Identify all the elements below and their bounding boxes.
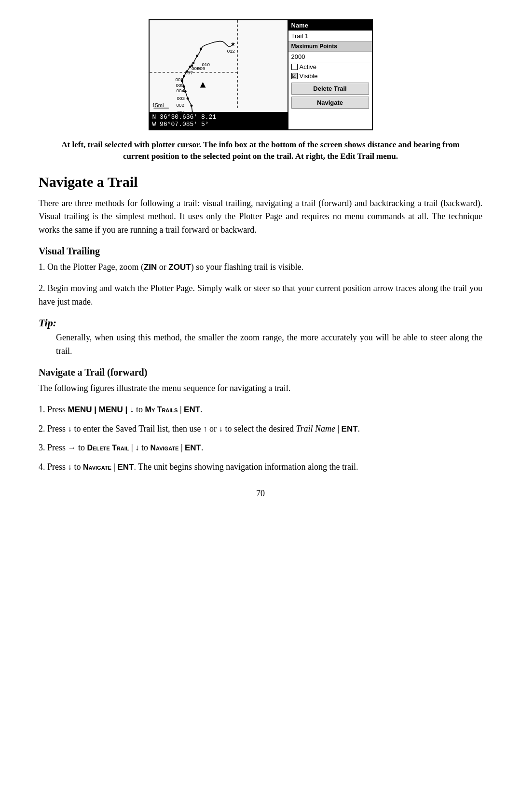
down-key3: ↓ [135, 443, 139, 452]
map-coords: N 36°30.636' 8.21 W 96°07.085' 5° [150, 112, 288, 129]
down-key1: ↓ [68, 424, 72, 434]
delete-trail-menu: Delete Trail [87, 444, 129, 452]
trail-name-ref: Trail Name [296, 424, 335, 434]
navigate-menu: Navigate [151, 444, 179, 452]
max-points-header: Maximum Points [288, 42, 372, 52]
page-number: 70 [39, 489, 482, 499]
svg-point-5 [184, 90, 186, 93]
nav-step2: 2. Press ↓ to enter the Saved Trail list… [39, 422, 482, 436]
nav-step4: 4. Press ↓ to Navigate | ENT. The unit b… [39, 461, 482, 474]
navigate-intro: The following figures illustrate the men… [39, 382, 482, 395]
svg-text:012: 012 [227, 48, 234, 54]
svg-text:★: ★ [230, 41, 235, 47]
intro-paragraph: There are three methods for following a … [39, 197, 482, 238]
navigate-forward-heading: Navigate a Trail (forward) [39, 367, 482, 378]
up-key: ↑ [203, 424, 207, 434]
svg-point-4 [186, 98, 189, 100]
svg-text:005: 005 [176, 83, 184, 88]
my-trails-menu: My Trails [145, 406, 178, 414]
svg-text:006: 006 [175, 77, 183, 82]
ent-key4: ENT [117, 462, 134, 472]
info-panel: Name Trail 1 Maximum Points 2000 Active … [288, 19, 373, 130]
visible-row: ☑ Visible [288, 71, 372, 81]
figure-container: ★ ★ 001 002 003 004 005 006 007 008 009 … [39, 19, 482, 130]
delete-trail-button[interactable]: Delete Trail [291, 83, 369, 95]
ent-key2: ENT [342, 424, 358, 434]
svg-text:002: 002 [176, 102, 184, 108]
down-key2: ↓ [219, 424, 223, 434]
menu-keys: MENU | MENU | ↓ [68, 405, 134, 414]
svg-marker-27 [200, 82, 206, 88]
tip-text: Generally, when using this method, the s… [56, 331, 482, 358]
visible-label: Visible [300, 72, 318, 80]
max-points-value: 2000 [288, 52, 372, 62]
visual-trailing-step1: 1. On the Plotter Page, zoom (ZIN or ZOU… [39, 261, 482, 274]
ent-key1: ENT [184, 405, 200, 414]
zout-key: ZOUT [168, 263, 191, 272]
name-header: Name [288, 20, 372, 31]
navigate-button[interactable]: Navigate [291, 97, 369, 109]
navigate-menu2: Navigate [83, 463, 111, 471]
map-panel: ★ ★ 001 002 003 004 005 006 007 008 009 … [149, 19, 288, 130]
active-row: Active [288, 62, 372, 71]
visible-checkbox[interactable]: ☑ [291, 73, 298, 79]
figure-caption: At left, trail selected with plotter cur… [39, 139, 482, 162]
scale-label: 15mi [152, 102, 164, 108]
svg-text:003: 003 [177, 96, 185, 101]
svg-text:004: 004 [176, 88, 184, 93]
nav-step3: 3. Press → to Delete Trail | ↓ to Naviga… [39, 441, 482, 455]
svg-text:010: 010 [202, 62, 210, 67]
zin-key: ZIN [144, 263, 157, 272]
svg-point-3 [190, 104, 192, 107]
down-key4: ↓ [68, 462, 72, 472]
active-checkbox[interactable] [291, 64, 298, 70]
svg-point-12 [196, 55, 198, 57]
nav-step1: 1. Press MENU | MENU | ↓ to My Trails | … [39, 403, 482, 417]
visual-trailing-heading: Visual Trailing [39, 246, 482, 257]
trail-name: Trail 1 [288, 31, 372, 42]
active-label: Active [300, 63, 316, 70]
right-arrow: → [68, 443, 76, 452]
ent-key3: ENT [185, 443, 201, 452]
svg-point-13 [200, 48, 202, 50]
tip-label: Tip: [39, 317, 482, 329]
section-title: Navigate a Trail [39, 174, 482, 190]
visual-trailing-step2: 2. Begin moving and watch the Plotter Pa… [39, 282, 482, 309]
